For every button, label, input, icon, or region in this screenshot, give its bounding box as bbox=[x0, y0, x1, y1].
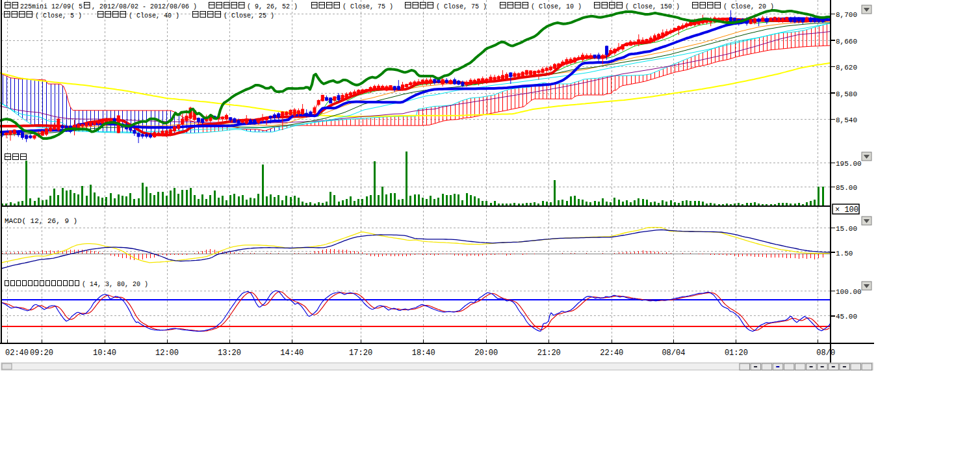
svg-text:08/0: 08/0 bbox=[816, 349, 835, 358]
svg-text:08/04: 08/04 bbox=[662, 349, 685, 358]
svg-text:( Close, 25 ): ( Close, 25 ) bbox=[224, 12, 274, 20]
svg-text:MACD( 12, 26, 9 ): MACD( 12, 26, 9 ) bbox=[5, 217, 77, 225]
svg-text:01:20: 01:20 bbox=[725, 349, 748, 358]
svg-text:, 2012/08/02 - 2012/08/06 ): , 2012/08/02 - 2012/08/06 ) bbox=[92, 3, 197, 10]
svg-text:8,540: 8,540 bbox=[836, 116, 857, 124]
svg-text:( Close, 75 ): ( Close, 75 ) bbox=[342, 3, 393, 10]
svg-text:22:40: 22:40 bbox=[600, 349, 623, 358]
svg-text:8,660: 8,660 bbox=[836, 38, 857, 46]
svg-text:( Close, 40 ): ( Close, 40 ) bbox=[129, 12, 179, 20]
svg-text:( Close, 10 ): ( Close, 10 ) bbox=[531, 3, 582, 10]
svg-text:17:20: 17:20 bbox=[349, 349, 372, 358]
svg-text:× 100: × 100 bbox=[835, 205, 858, 215]
svg-text:( 9, 26, 52 ): ( 9, 26, 52 ) bbox=[247, 3, 298, 10]
svg-text:1.50: 1.50 bbox=[836, 250, 853, 258]
svg-text:09:20: 09:20 bbox=[30, 349, 53, 358]
svg-text:8,700: 8,700 bbox=[836, 11, 857, 19]
svg-text:225mini 12/09( 5: 225mini 12/09( 5 bbox=[20, 3, 83, 10]
svg-text:( 14, 3, 80, 20 ): ( 14, 3, 80, 20 ) bbox=[82, 281, 148, 288]
svg-text:18:40: 18:40 bbox=[412, 349, 435, 358]
svg-text:( Close, 75 ): ( Close, 75 ) bbox=[436, 3, 487, 10]
svg-text:02:40: 02:40 bbox=[5, 349, 29, 358]
svg-text:21:20: 21:20 bbox=[537, 349, 561, 358]
svg-text:45.00: 45.00 bbox=[836, 313, 857, 321]
svg-text:20:00: 20:00 bbox=[474, 349, 498, 358]
svg-text:85.00: 85.00 bbox=[836, 184, 857, 192]
svg-text:15.00: 15.00 bbox=[836, 225, 857, 233]
svg-text:( Close, 20 ): ( Close, 20 ) bbox=[723, 3, 774, 10]
svg-text:( Close, 5 ): ( Close, 5 ) bbox=[35, 12, 82, 20]
svg-text:13:20: 13:20 bbox=[218, 349, 241, 358]
svg-text:12:00: 12:00 bbox=[155, 349, 179, 358]
svg-text:100.00: 100.00 bbox=[836, 288, 862, 296]
svg-text:195.00: 195.00 bbox=[836, 160, 862, 168]
svg-text:14:40: 14:40 bbox=[280, 349, 303, 358]
svg-text:10:40: 10:40 bbox=[93, 349, 116, 358]
svg-text:( Close, 150 ): ( Close, 150 ) bbox=[625, 3, 680, 10]
svg-text:8,580: 8,580 bbox=[836, 90, 857, 98]
svg-text:8,620: 8,620 bbox=[836, 64, 857, 72]
